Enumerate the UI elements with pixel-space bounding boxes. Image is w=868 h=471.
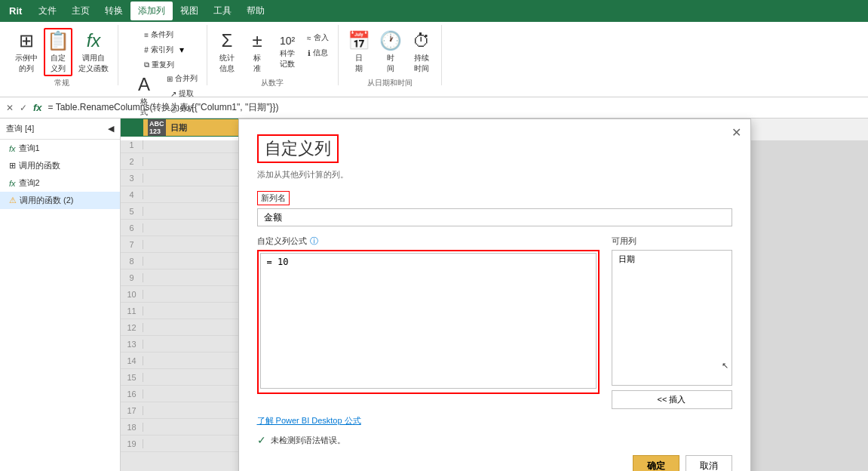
ribbon-btn-time[interactable]: 🕐 时间	[376, 28, 405, 76]
ribbon-btn-merge[interactable]: ⊞ 合并列	[164, 72, 201, 85]
sidebar-collapse-icon[interactable]: ◀	[108, 124, 114, 134]
menu-tools[interactable]: 工具	[206, 2, 239, 20]
ribbon-btn-scientific[interactable]: 10² 科学 记数	[274, 28, 301, 76]
ribbon-btn-scientific-label: 科学 记数	[280, 48, 295, 69]
ribbon-btn-index[interactable]: # 索引列	[141, 43, 176, 57]
ribbon-btn-custom-column[interactable]: 📋 自定 义列	[44, 28, 72, 76]
merge-icon: ⊞	[167, 75, 173, 83]
ribbon-btn-example-label: 示例中 的列	[15, 53, 38, 74]
cancel-formula-icon[interactable]: ✕	[6, 103, 14, 113]
ribbon-btn-extract[interactable]: ↗ 提取	[164, 87, 201, 100]
ribbon-group-from-date: 📅 日期 🕐 时间 ⏱ 持续 时间 从日期和时间	[339, 25, 442, 85]
custom-col-icon: 📋	[47, 30, 69, 51]
dialog-right: 可用列 日期 ↖ << 插入	[612, 236, 732, 409]
cursor-indicator: ↖	[722, 361, 728, 371]
dialog-subtitle: 添加从其他列计算的列。	[257, 169, 732, 180]
status-check-icon: ✓	[257, 434, 266, 446]
fx-query1-icon: fx	[9, 144, 16, 153]
ribbon-btn-date[interactable]: 📅 日期	[345, 28, 373, 76]
ribbon-btn-invoke-function[interactable]: fx 调用自 定义函数	[75, 28, 112, 76]
ribbon-btn-duplicate[interactable]: ⧉ 重复列	[141, 58, 177, 72]
duplicate-icon: ⧉	[144, 60, 149, 69]
ribbon-group-from-number: Σ 统计 信息 ± 标准 10² 科学 记数 ≈ 舍入	[207, 25, 339, 85]
custom-column-dialog: ✕ 自定义列 添加从其他列计算的列。 新列名 自定义列公式 ⓘ = 10	[238, 119, 751, 471]
sidebar-item-query2[interactable]: fx 查询2	[0, 174, 120, 192]
index-icon: #	[144, 46, 149, 54]
formula-area-label: 自定义列公式 ⓘ	[257, 236, 600, 247]
menu-help[interactable]: 帮助	[239, 2, 272, 20]
ribbon-btn-index-label: 索引列	[151, 45, 173, 55]
menu-home[interactable]: 主页	[64, 2, 97, 20]
ribbon-btn-info[interactable]: ℹ 信息	[304, 46, 332, 60]
learn-link[interactable]: 了解 Power BI Desktop 公式	[257, 415, 361, 426]
dialog-status: ✓ 未检测到语法错误。	[257, 434, 732, 446]
insert-button[interactable]: << 插入	[612, 390, 732, 409]
new-column-name-label: 新列名	[257, 191, 290, 205]
table-invoke-icon: ⊞	[9, 161, 16, 171]
available-col-date[interactable]: 日期	[612, 251, 732, 268]
fx-icon: fx	[87, 30, 101, 51]
sidebar-item-invoke-fn2-label: 调用的函数 (2)	[20, 195, 74, 206]
ribbon-btn-duplicate-label: 重复列	[152, 60, 174, 70]
dialog-title: 自定义列	[257, 134, 339, 163]
ribbon-btn-stats-label: 统计 信息	[219, 53, 235, 74]
ribbon-btn-custom-label: 自定 义列	[51, 53, 66, 74]
ribbon-btn-conditional[interactable]: ≡ 条件列	[141, 28, 176, 42]
ribbon-btn-round[interactable]: ≈ 舍入	[304, 31, 332, 45]
sigma-icon: Σ	[222, 30, 233, 51]
cancel-button[interactable]: 取消	[686, 455, 732, 471]
ribbon-btn-standard-label: 标准	[253, 53, 261, 74]
ribbon-btn-duration[interactable]: ⏱ 持续 时间	[408, 28, 435, 76]
new-column-name-section: 新列名	[257, 191, 732, 236]
calendar-icon: 📅	[348, 30, 370, 51]
ribbon-btn-stats[interactable]: Σ 统计 信息	[213, 28, 241, 76]
ribbon-group-from-number-label: 从数字	[261, 76, 284, 88]
sidebar-item-query1[interactable]: fx 查询1	[0, 140, 120, 157]
dialog-overlay: ✕ 自定义列 添加从其他列计算的列。 新列名 自定义列公式 ⓘ = 10	[121, 140, 868, 471]
ribbon-group-from-date-label: 从日期和时间	[367, 76, 413, 88]
sidebar-header-label: 查询 [4]	[6, 123, 34, 134]
new-column-name-input[interactable]	[257, 208, 732, 226]
ribbon: ⊞ 示例中 的列 📋 自定 义列 fx 调用自 定义函数 常规 ≡	[0, 22, 868, 97]
extract-icon: ↗	[170, 90, 176, 98]
scientific-icon: 10²	[280, 35, 295, 47]
dialog-close-button[interactable]: ✕	[732, 125, 741, 140]
sidebar-item-invoke-fn-label: 调用的函数	[19, 160, 60, 171]
sidebar-item-query1-label: 查询1	[19, 143, 40, 154]
formula-info-icon[interactable]: ⓘ	[310, 236, 318, 247]
ribbon-btn-standard[interactable]: ± 标准	[244, 28, 271, 76]
formula-textarea[interactable]: = 10	[260, 253, 597, 389]
ok-button[interactable]: 确定	[633, 455, 679, 471]
menu-transform[interactable]: 转换	[97, 2, 130, 20]
formula-textarea-wrapper: = 10	[257, 250, 600, 394]
menu-view[interactable]: 视图	[173, 2, 206, 20]
round-icon: ≈	[307, 34, 311, 42]
available-col-label: 可用列	[612, 236, 732, 247]
confirm-formula-icon[interactable]: ✓	[20, 103, 27, 113]
formula-input[interactable]	[48, 103, 862, 113]
menu-file[interactable]: 文件	[31, 2, 64, 20]
standard-icon: ±	[252, 30, 262, 51]
ribbon-btn-duration-label: 持续 时间	[414, 53, 429, 74]
main-area: 查询 [4] ◀ fx 查询1 ⊞ 调用的函数 fx 查询2 ⚠ 调用的函数 (…	[0, 119, 868, 471]
fx-label: fx	[33, 102, 42, 113]
col-type-badge: ABC123	[148, 119, 166, 136]
table-icon: ⊞	[19, 30, 34, 51]
fx-query2-icon: fx	[9, 179, 16, 188]
ribbon-btn-example-column[interactable]: ⊞ 示例中 的列	[12, 28, 41, 76]
col-header-label: 日期	[170, 122, 187, 134]
menu-add-column[interactable]: 添加列	[130, 2, 173, 20]
sidebar-header: 查询 [4] ◀	[0, 119, 120, 140]
menu-bar: Rit 文件 主页 转换 添加列 视图 工具 帮助	[0, 0, 868, 22]
ribbon-group-from-text: ≡ 条件列 # 索引列 ▾ ⧉ 重复列	[118, 25, 207, 85]
sidebar-item-invoke-fn2[interactable]: ⚠ 调用的函数 (2)	[0, 192, 120, 209]
duration-icon: ⏱	[413, 30, 431, 51]
ribbon-btn-date-label: 日期	[355, 53, 363, 74]
warning-icon: ⚠	[9, 195, 17, 205]
format-icon: A	[138, 74, 150, 95]
status-text: 未检测到语法错误。	[271, 435, 345, 446]
sidebar-item-invoke-fn[interactable]: ⊞ 调用的函数	[0, 157, 120, 174]
dialog-left: 自定义列公式 ⓘ = 10	[257, 236, 600, 409]
dropdown-icon: ▾	[179, 45, 184, 55]
ribbon-btn-invoke-label: 调用自 定义函数	[78, 53, 109, 74]
